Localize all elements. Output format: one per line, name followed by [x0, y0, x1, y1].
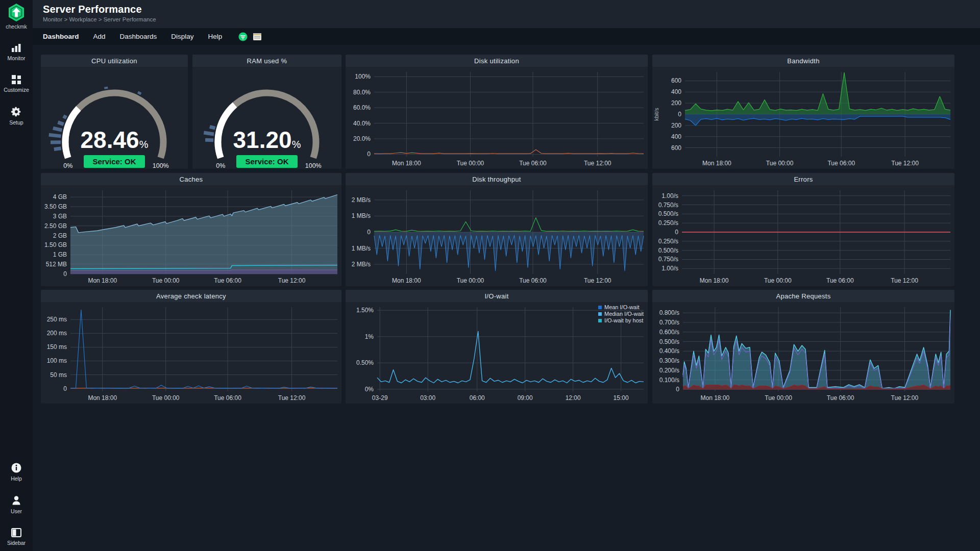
svg-text:0.50%: 0.50% — [356, 359, 374, 366]
menu-item-dashboards[interactable]: Dashboards — [120, 33, 157, 40]
sidebar-item-user[interactable]: User — [11, 495, 22, 514]
svg-text:Mon 18:00: Mon 18:00 — [88, 394, 117, 402]
svg-text:600: 600 — [671, 144, 681, 152]
sidebar-item-help[interactable]: Help — [11, 462, 22, 482]
panel-caches: CachesMon 18:00Tue 00:00Tue 06:00Tue 12:… — [41, 173, 341, 286]
panel-header[interactable]: Errors — [652, 173, 954, 185]
svg-text:0.500/s: 0.500/s — [659, 338, 679, 345]
svg-text:1.50 GB: 1.50 GB — [44, 241, 67, 248]
svg-text:512 MB: 512 MB — [46, 261, 67, 268]
panel-title: Disk throughput — [472, 176, 521, 183]
panel-header[interactable]: Disk utilization — [346, 55, 648, 67]
svg-text:09:00: 09:00 — [518, 394, 533, 402]
legend-label: I/O-wait by host — [604, 317, 643, 323]
panel-header[interactable]: Apache Requests — [652, 290, 954, 302]
legend-entry[interactable]: I/O-wait by host — [598, 317, 644, 323]
legend-entry[interactable]: Median I/O-wait — [598, 311, 644, 317]
panel-header[interactable]: CPU utilization — [41, 55, 188, 67]
panel-title: Errors — [794, 176, 813, 183]
svg-text:Tue 00:00: Tue 00:00 — [765, 394, 792, 402]
disk-throughput-chart[interactable]: Mon 18:00Tue 00:00Tue 06:00Tue 12:002 MB… — [346, 185, 648, 286]
menu-item-dashboard[interactable]: Dashboard — [43, 33, 79, 40]
svg-text:0: 0 — [367, 151, 371, 158]
svg-text:0%: 0% — [365, 386, 374, 393]
svg-text:0.700/s: 0.700/s — [659, 319, 679, 326]
gauge-cpu-utilization[interactable]: 0%100%28.46%Service: OK — [41, 67, 188, 169]
apache-requests-chart[interactable]: Mon 18:00Tue 00:00Tue 06:00Tue 12:000.80… — [652, 302, 954, 404]
sidebar-item-label: User — [11, 508, 22, 514]
setup-gear-icon — [11, 106, 22, 117]
panel-ram-used-: RAM used %0%100%31.20%Service: OK — [192, 55, 341, 169]
svg-text:Tue 12:00: Tue 12:00 — [584, 277, 611, 284]
svg-text:03-29: 03-29 — [372, 394, 388, 402]
svg-text:400: 400 — [671, 88, 681, 95]
panel-header[interactable]: Average check latency — [41, 290, 341, 302]
svg-text:Mon 18:00: Mon 18:00 — [392, 277, 421, 284]
svg-text:2 GB: 2 GB — [53, 232, 67, 239]
svg-text:0: 0 — [678, 111, 681, 118]
gauge-ram-used-[interactable]: 0%100%31.20%Service: OK — [192, 67, 341, 169]
svg-text:06:00: 06:00 — [470, 394, 485, 402]
sidebar-item-setup[interactable]: Setup — [9, 106, 23, 126]
svg-text:200: 200 — [671, 122, 681, 129]
svg-text:1 MB/s: 1 MB/s — [352, 212, 371, 219]
panel-header[interactable]: Caches — [41, 173, 341, 185]
legend-label: Mean I/O-wait — [604, 304, 639, 310]
menu-icon-group — [238, 32, 262, 41]
menu-item-display[interactable]: Display — [171, 33, 193, 40]
svg-text:Tue 12:00: Tue 12:00 — [891, 160, 919, 167]
menu-item-add[interactable]: Add — [93, 33, 106, 40]
average-check-latency-chart[interactable]: Mon 18:00Tue 00:00Tue 06:00Tue 12:00250 … — [41, 302, 341, 404]
svg-text:0.600/s: 0.600/s — [659, 329, 679, 336]
panel-header[interactable]: Disk throughput — [346, 173, 648, 185]
svg-text:80.0%: 80.0% — [353, 89, 371, 96]
panel-body: Mon 18:00Tue 00:00Tue 06:00Tue 12:001.00… — [652, 185, 954, 286]
panel-header[interactable]: RAM used % — [192, 55, 341, 67]
svg-text:200: 200 — [671, 99, 681, 107]
menu-item-help[interactable]: Help — [208, 33, 223, 40]
svg-text:Tue 06:00: Tue 06:00 — [826, 277, 854, 284]
caches-chart[interactable]: Mon 18:00Tue 00:00Tue 06:00Tue 12:004 GB… — [41, 185, 341, 286]
panel-title: Caches — [180, 176, 203, 183]
panel-header[interactable]: Bandwidth — [652, 55, 954, 67]
disk-utilization-chart[interactable]: Mon 18:00Tue 00:00Tue 06:00Tue 12:00100%… — [346, 67, 648, 169]
svg-text:Tue 00:00: Tue 00:00 — [152, 394, 180, 402]
svg-text:Tue 06:00: Tue 06:00 — [519, 160, 547, 167]
sidebar-toggle-icon — [11, 528, 22, 538]
breadcrumb[interactable]: Monitor > Workplace > Server Performance — [43, 16, 156, 22]
sidebar-item-sidebar[interactable]: Sidebar — [7, 528, 26, 546]
svg-text:0.750/s: 0.750/s — [658, 202, 678, 209]
svg-text:Tue 06:00: Tue 06:00 — [827, 394, 854, 402]
panel-header[interactable]: I/O-wait — [346, 290, 648, 302]
svg-text:3 GB: 3 GB — [53, 213, 67, 220]
svg-text:150 ms: 150 ms — [47, 343, 67, 350]
panel-title: RAM used % — [247, 57, 287, 65]
svg-text:0.500/s: 0.500/s — [658, 247, 678, 254]
svg-text:60.0%: 60.0% — [353, 104, 371, 111]
checkmk-logo[interactable]: checkmk — [6, 3, 27, 30]
panel-body: Mon 18:00Tue 00:00Tue 06:00Tue 12:006004… — [652, 67, 954, 169]
svg-text:0.750/s: 0.750/s — [658, 256, 678, 263]
sidebar-item-label: Help — [11, 475, 22, 482]
svg-text:Tue 12:00: Tue 12:00 — [278, 394, 306, 402]
svg-text:0: 0 — [675, 229, 678, 236]
sidebar-bottom-group: Help User Sidebar — [7, 449, 26, 546]
svg-text:0.800/s: 0.800/s — [659, 309, 679, 316]
svg-text:Mon 18:00: Mon 18:00 — [392, 160, 421, 167]
sidebar-item-customize[interactable]: Customize — [4, 74, 29, 93]
dashlet-table-icon[interactable] — [253, 33, 262, 41]
sidebar-item-monitor[interactable]: Monitor — [7, 43, 25, 61]
svg-text:1.00/s: 1.00/s — [662, 265, 678, 272]
bandwidth-chart[interactable]: Mon 18:00Tue 00:00Tue 06:00Tue 12:006004… — [652, 67, 954, 169]
panel-disk-throughput: Disk throughputMon 18:00Tue 00:00Tue 06:… — [346, 173, 648, 286]
legend-label: Median I/O-wait — [604, 311, 644, 317]
svg-text:Mon 18:00: Mon 18:00 — [701, 394, 730, 402]
legend-entry[interactable]: Mean I/O-wait — [598, 304, 644, 310]
svg-text:Tue 12:00: Tue 12:00 — [278, 277, 306, 284]
filter-icon[interactable] — [238, 32, 248, 41]
svg-text:Mon 18:00: Mon 18:00 — [700, 277, 729, 284]
dashboard-grid: CPU utilization0%100%28.46%Service: OKRA… — [33, 45, 980, 551]
svg-text:Tue 00:00: Tue 00:00 — [152, 277, 180, 284]
errors-chart[interactable]: Mon 18:00Tue 00:00Tue 06:00Tue 12:001.00… — [652, 185, 954, 286]
panel-title: CPU utilization — [91, 57, 137, 65]
